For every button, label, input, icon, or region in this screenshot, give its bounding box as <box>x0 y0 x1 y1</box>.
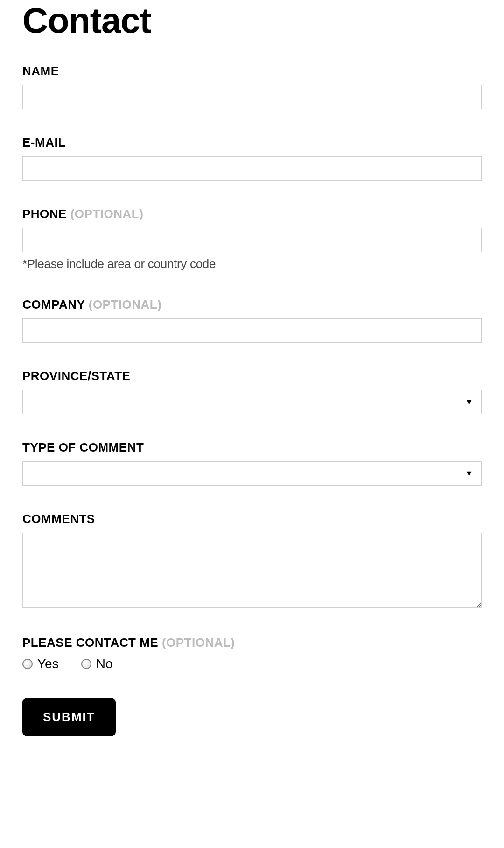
contact-me-no-radio[interactable] <box>81 659 91 669</box>
comments-field-group: COMMENTS <box>22 512 482 609</box>
comment-type-field-group: TYPE OF COMMENT ▼ <box>22 440 482 486</box>
company-field-group: COMPANY (OPTIONAL) <box>22 297 482 343</box>
phone-input[interactable] <box>22 228 482 252</box>
comment-type-select-wrapper: ▼ <box>22 461 482 486</box>
name-input[interactable] <box>22 85 482 109</box>
contact-me-field-group: PLEASE CONTACT ME (OPTIONAL) Yes No <box>22 636 482 671</box>
province-label: PROVINCE/STATE <box>22 369 482 383</box>
province-select[interactable] <box>22 390 482 414</box>
contact-me-yes-label: Yes <box>37 657 59 671</box>
name-label: NAME <box>22 64 482 78</box>
contact-me-optional-tag: (OPTIONAL) <box>162 636 235 650</box>
company-optional-tag: (OPTIONAL) <box>89 297 162 311</box>
contact-me-yes-item: Yes <box>22 657 59 671</box>
page-title: Contact <box>22 0 482 41</box>
email-label: E-MAIL <box>22 135 482 150</box>
phone-field-group: PHONE (OPTIONAL) *Please include area or… <box>22 207 482 271</box>
phone-optional-tag: (OPTIONAL) <box>70 207 144 221</box>
submit-button[interactable]: SUBMIT <box>22 698 116 736</box>
province-field-group: PROVINCE/STATE ▼ <box>22 369 482 414</box>
contact-me-label: PLEASE CONTACT ME (OPTIONAL) <box>22 636 482 650</box>
comments-label: COMMENTS <box>22 512 482 526</box>
name-field-group: NAME <box>22 64 482 109</box>
email-field-group: E-MAIL <box>22 135 482 181</box>
phone-label-text: PHONE <box>22 207 67 221</box>
comment-type-select[interactable] <box>22 461 482 486</box>
contact-me-yes-radio[interactable] <box>22 659 33 669</box>
comments-textarea[interactable] <box>22 533 482 608</box>
company-label-text: COMPANY <box>22 297 85 311</box>
email-input[interactable] <box>22 156 482 181</box>
company-input[interactable] <box>22 318 482 343</box>
comment-type-label: TYPE OF COMMENT <box>22 440 482 455</box>
contact-form-container: Contact NAME E-MAIL PHONE (OPTIONAL) *Pl… <box>0 0 504 759</box>
contact-me-no-item: No <box>81 657 113 671</box>
phone-label: PHONE (OPTIONAL) <box>22 207 482 221</box>
contact-me-label-text: PLEASE CONTACT ME <box>22 636 158 650</box>
province-select-wrapper: ▼ <box>22 390 482 414</box>
company-label: COMPANY (OPTIONAL) <box>22 297 482 312</box>
contact-me-no-label: No <box>96 657 113 671</box>
phone-hint: *Please include area or country code <box>22 257 482 271</box>
contact-me-radio-group: Yes No <box>22 657 482 671</box>
